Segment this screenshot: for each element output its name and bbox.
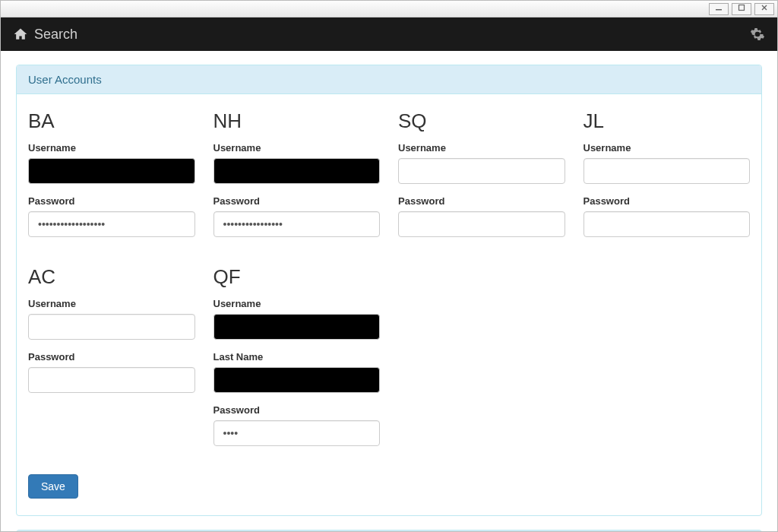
page-wrap: User Accounts BA Username Password (1, 51, 777, 531)
debug-panel: Debug (16, 530, 762, 531)
panel-body: BA Username Password (17, 94, 761, 515)
window-titlebar (1, 1, 777, 17)
username-input[interactable] (28, 314, 195, 340)
username-label: Username (398, 142, 565, 154)
account-block-sq: SQ Username Password (389, 109, 574, 249)
account-code: BA (28, 109, 195, 133)
window-close-button[interactable] (754, 3, 774, 15)
password-input[interactable] (28, 367, 195, 393)
password-input[interactable] (213, 211, 381, 237)
lastname-label: Last Name (213, 351, 381, 363)
account-block-nh: NH Username Password (204, 109, 390, 249)
navbar: Search (1, 17, 777, 51)
navbar-title: Search (34, 27, 77, 43)
username-input[interactable] (213, 314, 381, 340)
account-code: JL (584, 109, 751, 133)
content-scroll-area[interactable]: Search User Accounts BA Username (1, 17, 777, 531)
save-button[interactable]: Save (28, 474, 78, 499)
account-code: AC (28, 265, 195, 289)
account-block-qf: QF Username Last Name Password (204, 265, 390, 458)
password-input[interactable] (213, 420, 381, 446)
navbar-brand[interactable]: Search (13, 27, 77, 43)
username-label: Username (28, 142, 195, 154)
account-block-ba: BA Username Password (19, 109, 204, 249)
home-icon (13, 27, 28, 42)
password-label: Password (584, 195, 751, 207)
gear-icon[interactable] (750, 27, 765, 42)
password-input[interactable] (584, 211, 751, 237)
svg-rect-1 (739, 5, 745, 10)
username-input[interactable] (28, 158, 195, 184)
window-minimize-button[interactable] (709, 3, 729, 15)
password-label: Password (213, 404, 381, 416)
password-label: Password (213, 195, 381, 207)
account-block-ac: AC Username Password (19, 265, 204, 458)
panel-heading-debug[interactable]: Debug (17, 530, 761, 531)
password-label: Password (398, 195, 565, 207)
account-code: QF (213, 265, 381, 289)
username-input[interactable] (213, 158, 381, 184)
panel-heading-user-accounts: User Accounts (17, 65, 761, 94)
accounts-grid: BA Username Password (19, 109, 759, 474)
username-label: Username (213, 298, 381, 309)
lastname-input[interactable] (213, 367, 381, 393)
account-code: SQ (398, 109, 565, 133)
username-input[interactable] (398, 158, 565, 184)
password-label: Password (28, 195, 195, 207)
account-code: NH (213, 109, 381, 133)
user-accounts-panel: User Accounts BA Username Password (16, 65, 762, 516)
account-block-jl: JL Username Password (574, 109, 760, 249)
svg-rect-0 (716, 9, 722, 11)
username-label: Username (28, 298, 195, 309)
window-frame: Search User Accounts BA Username (0, 0, 778, 532)
window-maximize-button[interactable] (732, 3, 751, 15)
username-label: Username (213, 142, 381, 154)
username-input[interactable] (584, 158, 751, 184)
password-input[interactable] (28, 211, 195, 237)
password-label: Password (28, 351, 195, 363)
password-input[interactable] (398, 211, 565, 237)
username-label: Username (584, 142, 751, 154)
